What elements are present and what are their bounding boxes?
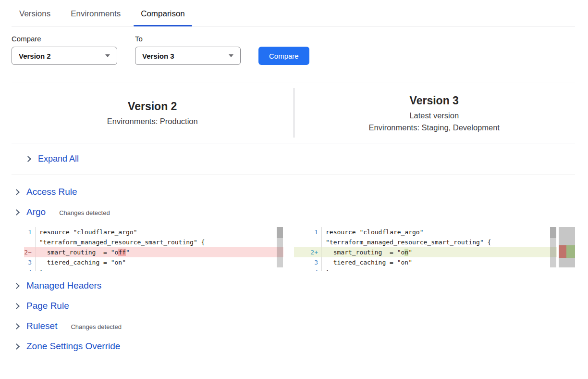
left-version-title: Version 2 (12, 100, 294, 113)
scrollbar[interactable] (550, 227, 556, 267)
diff-line: 4 } (24, 267, 283, 271)
tab-environments[interactable]: Environments (63, 8, 128, 26)
line-code: resource "cloudflare_argo" (36, 227, 283, 237)
section-title: Page Rule (26, 301, 69, 311)
section-list: Access Rule Argo Changes detected 1 reso… (0, 175, 588, 356)
line-code: smart_routing = "on" (322, 247, 557, 257)
right-version-panel: Version 3 Latest version Environments: S… (294, 94, 576, 132)
panel-divider (294, 88, 294, 138)
chevron-down-icon (105, 54, 110, 57)
section-title: Access Rule (26, 187, 77, 197)
section-title: Argo (26, 207, 46, 217)
chevron-right-icon (13, 189, 20, 195)
right-version-title: Version 3 (294, 94, 576, 107)
diff-line: 1 resource "cloudflare_argo" (24, 227, 283, 237)
diff-line: 3 tiered_caching = "on" (294, 257, 557, 267)
chevron-right-icon (25, 156, 31, 162)
line-code: "terraform_managed_resource_smart_routin… (322, 237, 557, 247)
diff-line-inserted: 2+ smart_routing = "on" (294, 247, 557, 257)
left-version-panel: Version 2 Environments: Production (12, 100, 294, 126)
section-title: Ruleset (26, 321, 57, 331)
section-zone-settings-override[interactable]: Zone Settings Override (0, 336, 588, 356)
diff-line: 1 resource "cloudflare_argo" (294, 227, 557, 237)
compare-form: Compare Version 2 To Version 3 Compare (0, 26, 588, 65)
version-panels: Version 2 Environments: Production Versi… (12, 83, 575, 143)
section-page-rule[interactable]: Page Rule (0, 296, 588, 316)
insertion-marker (566, 245, 575, 258)
compare-field-label: Compare (12, 35, 117, 43)
scrollbar-thumb[interactable] (550, 227, 556, 238)
line-number: 2+ (294, 247, 322, 257)
line-number: 1 (24, 227, 36, 237)
diff-line: 3 tiered_caching = "on" (24, 257, 283, 267)
tab-versions[interactable]: Versions (12, 8, 58, 26)
section-access-rule[interactable]: Access Rule (0, 182, 588, 202)
section-title: Managed Headers (26, 280, 101, 291)
line-code: } (322, 267, 557, 271)
line-code: tiered_caching = "on" (36, 257, 283, 267)
line-code: "terraform_managed_resource_smart_routin… (36, 237, 283, 247)
tab-bar: Versions Environments Comparison (12, 0, 575, 26)
tab-comparison[interactable]: Comparison (134, 8, 192, 26)
diff-pane-left[interactable]: 1 resource "cloudflare_argo" "terraform_… (24, 227, 283, 271)
deletion-marker (559, 245, 566, 258)
changes-badge: Changes detected (59, 208, 110, 216)
compare-field: Compare Version 2 (12, 35, 117, 65)
to-field: To Version 3 (135, 35, 241, 65)
line-number (24, 237, 36, 247)
section-title: Zone Settings Override (26, 341, 120, 352)
changes-badge: Changes detected (71, 322, 122, 330)
line-number: 4 (24, 267, 36, 271)
chevron-right-icon (13, 303, 20, 309)
section-argo[interactable]: Argo Changes detected (0, 202, 588, 222)
line-number: 1 (294, 227, 322, 237)
compare-version-select[interactable]: Version 2 (12, 47, 117, 65)
line-code: } (36, 267, 283, 271)
diff-line-deleted: 2− smart_routing = "off" (24, 247, 283, 257)
diff-line: "terraform_managed_resource_smart_routin… (24, 237, 283, 247)
left-version-environments: Environments: Production (12, 117, 294, 126)
section-ruleset[interactable]: Ruleset Changes detected (0, 316, 588, 336)
compare-version-value: Version 2 (19, 52, 51, 60)
diff-line: "terraform_managed_resource_smart_routin… (294, 237, 557, 247)
expand-all[interactable]: Expand All (12, 143, 575, 175)
deleted-chars: ff (118, 249, 126, 256)
line-number: 4 (294, 267, 322, 271)
chevron-right-icon (13, 323, 20, 329)
to-field-label: To (135, 35, 241, 43)
to-version-select[interactable]: Version 3 (135, 47, 241, 65)
scrollbar-thumb[interactable] (277, 227, 283, 238)
scrollbar[interactable] (277, 227, 283, 267)
chevron-right-icon (13, 343, 20, 350)
chevron-down-icon (229, 54, 233, 57)
right-version-subtitle: Latest version (294, 111, 576, 120)
line-number (294, 237, 322, 247)
chevron-right-icon (13, 283, 20, 289)
change-marker (559, 245, 575, 258)
line-code: smart_routing = "off" (36, 247, 283, 257)
compare-button[interactable]: Compare (258, 47, 309, 65)
expand-all-label: Expand All (38, 154, 79, 164)
diff-pane-right[interactable]: 1 resource "cloudflare_argo" "terraform_… (294, 227, 575, 271)
line-number: 2− (24, 247, 36, 257)
diff-line: 4 } (294, 267, 557, 271)
line-code: resource "cloudflare_argo" (322, 227, 557, 237)
chevron-right-icon (13, 209, 20, 215)
line-number: 3 (294, 257, 322, 267)
diff-overview-ruler[interactable] (559, 227, 575, 267)
section-managed-headers[interactable]: Managed Headers (0, 276, 588, 296)
line-number: 3 (24, 257, 36, 267)
line-code: tiered_caching = "on" (322, 257, 557, 267)
right-version-environments: Environments: Staging, Development (294, 123, 576, 132)
to-version-value: Version 3 (142, 52, 174, 60)
argo-diff: 1 resource "cloudflare_argo" "terraform_… (24, 227, 588, 271)
